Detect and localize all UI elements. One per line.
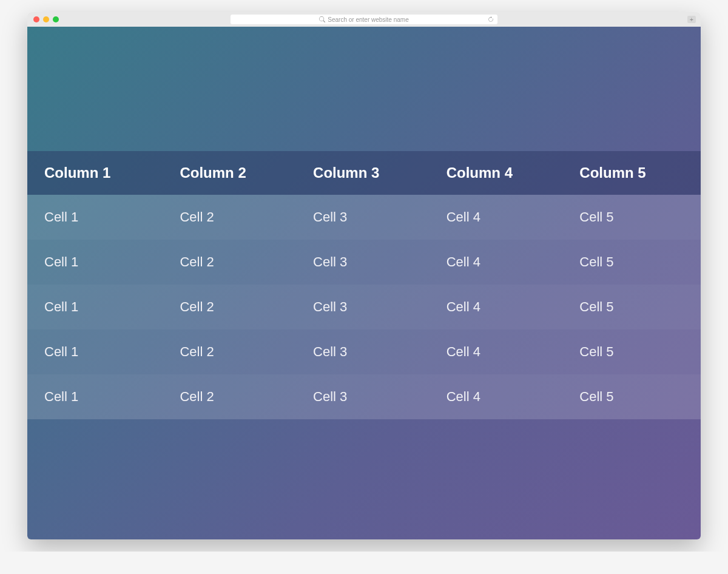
- maximize-window-button[interactable]: [53, 16, 59, 22]
- table-cell: Cell 3: [301, 329, 434, 374]
- search-icon: [319, 16, 325, 22]
- table-cell: Cell 5: [567, 329, 701, 374]
- table-row: Cell 1 Cell 2 Cell 3 Cell 4 Cell 5: [27, 374, 701, 419]
- table-cell: Cell 1: [27, 195, 167, 240]
- plus-icon: +: [690, 16, 693, 23]
- table-cell: Cell 3: [301, 285, 434, 329]
- table-cell: Cell 2: [167, 285, 301, 329]
- minimize-window-button[interactable]: [43, 16, 49, 22]
- table-cell: Cell 3: [301, 195, 434, 240]
- table-cell: Cell 4: [434, 195, 568, 240]
- table-cell: Cell 1: [27, 240, 167, 285]
- table-cell: Cell 4: [434, 329, 568, 374]
- column-header: Column 2: [167, 151, 301, 195]
- table-row: Cell 1 Cell 2 Cell 3 Cell 4 Cell 5: [27, 195, 701, 240]
- browser-chrome: Search or enter website name +: [27, 12, 701, 27]
- close-window-button[interactable]: [33, 16, 39, 22]
- browser-window: Search or enter website name + Column 1 …: [27, 12, 701, 539]
- table-row: Cell 1 Cell 2 Cell 3 Cell 4 Cell 5: [27, 240, 701, 285]
- table-cell: Cell 4: [434, 285, 568, 329]
- table-cell: Cell 1: [27, 329, 167, 374]
- table-cell: Cell 3: [301, 240, 434, 285]
- column-header: Column 1: [27, 151, 167, 195]
- address-placeholder: Search or enter website name: [328, 16, 408, 23]
- data-table: Column 1 Column 2 Column 3 Column 4 Colu…: [27, 151, 701, 419]
- table-cell: Cell 4: [434, 374, 568, 419]
- table-header-row: Column 1 Column 2 Column 3 Column 4 Colu…: [27, 151, 701, 195]
- table-cell: Cell 1: [27, 374, 167, 419]
- table-cell: Cell 2: [167, 240, 301, 285]
- table-cell: Cell 2: [167, 195, 301, 240]
- reload-icon[interactable]: [488, 16, 494, 22]
- column-header: Column 4: [434, 151, 568, 195]
- table-cell: Cell 5: [567, 374, 701, 419]
- column-header: Column 3: [301, 151, 434, 195]
- table-cell: Cell 5: [567, 285, 701, 329]
- table-cell: Cell 3: [301, 374, 434, 419]
- column-header: Column 5: [567, 151, 701, 195]
- table-row: Cell 1 Cell 2 Cell 3 Cell 4 Cell 5: [27, 329, 701, 374]
- table-cell: Cell 5: [567, 240, 701, 285]
- page-viewport: Column 1 Column 2 Column 3 Column 4 Colu…: [27, 27, 701, 539]
- address-bar-container: Search or enter website name: [231, 15, 497, 24]
- table-row: Cell 1 Cell 2 Cell 3 Cell 4 Cell 5: [27, 285, 701, 329]
- new-tab-button[interactable]: +: [687, 16, 696, 23]
- window-controls: [33, 16, 59, 22]
- table-cell: Cell 5: [567, 195, 701, 240]
- table-cell: Cell 4: [434, 240, 568, 285]
- table-cell: Cell 1: [27, 285, 167, 329]
- table-cell: Cell 2: [167, 374, 301, 419]
- address-bar[interactable]: Search or enter website name: [231, 15, 497, 24]
- table-cell: Cell 2: [167, 329, 301, 374]
